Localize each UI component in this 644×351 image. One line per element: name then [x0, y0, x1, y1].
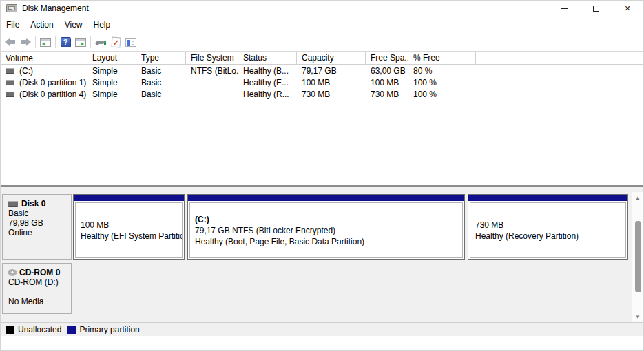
- help-button[interactable]: ?: [58, 34, 73, 50]
- cell-type: Basic: [136, 89, 186, 99]
- partition-size: 730 MB: [475, 220, 625, 231]
- cdrom0-label[interactable]: CD-ROM 0 CD-ROM (D:) No Media: [2, 263, 72, 314]
- back-button[interactable]: [3, 34, 18, 50]
- col-type[interactable]: Type: [136, 52, 186, 64]
- cell-volume: (Disk 0 partition 1): [19, 78, 86, 87]
- volume-table-header: Volume Layout Type File System Status Ca…: [1, 52, 643, 65]
- scrollbar-track[interactable]: [632, 203, 643, 311]
- toolbar-separator: [55, 36, 56, 48]
- menu-help[interactable]: Help: [88, 16, 116, 33]
- scroll-down-icon: ▼: [635, 314, 641, 320]
- disk0-partitions: 100 MB Healthy (EFI System Partition (C:…: [73, 194, 628, 260]
- cell-free-space: 730 MB: [366, 89, 408, 99]
- volume-icon: [6, 68, 14, 74]
- partition-efi-system[interactable]: 100 MB Healthy (EFI System Partition: [73, 194, 185, 260]
- col-layout[interactable]: Layout: [87, 52, 136, 64]
- cdrom0-drive: CD-ROM (D:): [8, 277, 68, 287]
- menu-file[interactable]: File: [1, 16, 25, 33]
- cd-rom-icon: [8, 269, 17, 276]
- menu-action[interactable]: Action: [25, 16, 59, 33]
- maximize-icon: [593, 6, 599, 12]
- volume-row-partition4[interactable]: (Disk 0 partition 4) Simple Basic Health…: [1, 88, 643, 100]
- scroll-up-button[interactable]: ▲: [632, 192, 643, 203]
- cell-free-space: 100 MB: [366, 78, 408, 87]
- partition-size: 100 MB: [81, 220, 182, 231]
- disk-icon: [8, 201, 18, 207]
- col-status[interactable]: Status: [238, 52, 297, 64]
- partition-status: Healthy (Boot, Page File, Basic Data Par…: [195, 236, 462, 247]
- disk0-type: Basic: [8, 209, 68, 218]
- legend-primary-label: Primary partition: [79, 325, 139, 334]
- col-pct-free[interactable]: % Free: [408, 52, 476, 64]
- cell-free-space: 63,00 GB: [366, 66, 408, 76]
- cdrom0-media-status: No Media: [8, 297, 68, 306]
- forward-arrow-icon: [20, 38, 31, 46]
- partition-recovery[interactable]: 730 MB Healthy (Recovery Partition): [468, 194, 628, 260]
- scroll-up-icon: ▲: [635, 195, 641, 201]
- toolbar-separator: [90, 36, 91, 48]
- disk0-row: Disk 0 Basic 79,98 GB Online 100 MB Heal…: [2, 194, 643, 260]
- unallocated-swatch-icon: [6, 326, 14, 334]
- partition-c-drive[interactable]: (C:) 79,17 GB NTFS (BitLocker Encrypted)…: [187, 194, 465, 260]
- cell-capacity: 100 MB: [297, 78, 366, 87]
- disk0-label[interactable]: Disk 0 Basic 79,98 GB Online: [2, 194, 72, 260]
- properties-checklist-button[interactable]: [123, 34, 138, 50]
- disk0-name: Disk 0: [21, 199, 45, 209]
- primary-partition-color-band: [468, 195, 627, 201]
- cell-pct-free: 80 %: [408, 66, 476, 76]
- toolbar-separator: [35, 36, 36, 48]
- rescan-disks-button[interactable]: [93, 34, 108, 50]
- document-check-button[interactable]: ✓: [108, 34, 123, 50]
- disk0-size: 79,98 GB: [8, 218, 68, 228]
- cell-type: Basic: [136, 78, 186, 87]
- cell-status: Healthy (B...: [238, 66, 297, 76]
- console-tree-icon: [40, 38, 51, 47]
- vertical-scrollbar[interactable]: ▲ ▼: [632, 192, 643, 322]
- minimize-button[interactable]: [548, 1, 580, 16]
- cell-volume: (C:): [19, 66, 33, 76]
- volume-icon: [6, 92, 14, 97]
- titlebar: Disk Management ✕: [1, 1, 643, 16]
- volume-list-pane: Volume Layout Type File System Status Ca…: [1, 52, 643, 185]
- col-free-space[interactable]: Free Spa...: [366, 52, 408, 64]
- window-controls: ✕: [548, 1, 643, 16]
- cell-pct-free: 100 %: [408, 78, 476, 87]
- cell-capacity: 730 MB: [297, 89, 366, 99]
- menu-view[interactable]: View: [59, 16, 88, 33]
- col-capacity[interactable]: Capacity: [297, 52, 366, 64]
- window-bottom-strip: [1, 336, 643, 345]
- col-volume[interactable]: Volume: [1, 52, 87, 64]
- volume-row-partition1[interactable]: (Disk 0 partition 1) Simple Basic Health…: [1, 76, 643, 88]
- properties-checklist-icon: [125, 38, 136, 47]
- menu-bar: File Action View Help: [1, 16, 643, 33]
- close-icon: ✕: [624, 5, 630, 12]
- primary-partition-swatch-icon: [67, 326, 76, 334]
- volume-row-c[interactable]: (C:) Simple Basic NTFS (BitLo... Healthy…: [1, 65, 643, 76]
- minimize-icon: [561, 8, 568, 9]
- rescan-disks-icon: [95, 38, 107, 47]
- show-action-pane-button[interactable]: [73, 34, 88, 50]
- cell-pct-free: 100 %: [408, 89, 476, 99]
- disk-management-window: Disk Management ✕ File Action View Help …: [0, 0, 644, 351]
- col-file-system[interactable]: File System: [186, 52, 238, 64]
- pane-splitter[interactable]: [1, 185, 643, 192]
- help-icon: ?: [61, 37, 71, 47]
- cell-volume: (Disk 0 partition 4): [19, 89, 86, 99]
- cell-file-system: NTFS (BitLo...: [186, 66, 238, 76]
- cell-status: Healthy (E...: [238, 78, 297, 87]
- partition-size: 79,17 GB NTFS (BitLocker Encrypted): [195, 225, 462, 236]
- toolbar: ? ✓: [1, 33, 643, 52]
- document-check-icon: ✓: [111, 36, 121, 47]
- cell-layout: Simple: [87, 89, 136, 99]
- partition-status: Healthy (EFI System Partition: [81, 231, 182, 242]
- partition-name: (C:): [195, 214, 462, 225]
- maximize-button[interactable]: [580, 1, 612, 16]
- primary-partition-color-band: [74, 195, 184, 201]
- scrollbar-thumb[interactable]: [635, 221, 641, 292]
- graphical-view-pane: Disk 0 Basic 79,98 GB Online 100 MB Heal…: [1, 192, 643, 322]
- close-button[interactable]: ✕: [612, 1, 643, 16]
- scroll-down-button[interactable]: ▼: [632, 311, 643, 322]
- forward-button[interactable]: [18, 34, 33, 50]
- header-filler: [476, 52, 643, 64]
- show-console-tree-button[interactable]: [38, 34, 53, 50]
